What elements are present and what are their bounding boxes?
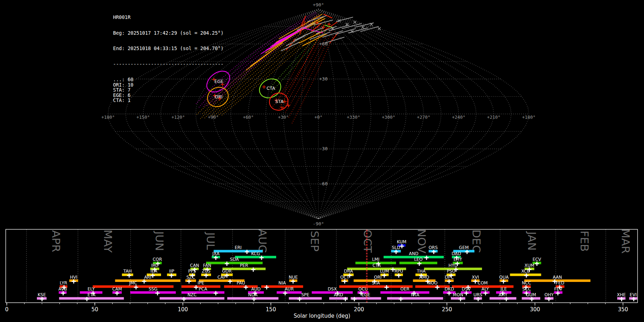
shower-code-AND: AND	[409, 251, 418, 256]
meteor-station-report: EGEORICTASTA+90°-90°+60+30-30-60+180°+15…	[0, 0, 644, 322]
shower-code-IPE: IPE	[197, 280, 204, 286]
shower-code-SSG: SSG	[148, 287, 157, 292]
shower-code-ARD: ARD	[334, 292, 343, 297]
longitude-label: +60°	[243, 114, 254, 120]
shower-code-NIA: NIA	[278, 280, 286, 286]
radiant-sky-map: EGEORICTASTA+90°-90°+60+30-30-60+180°+15…	[0, 0, 644, 229]
shower-code-KUM: KUM	[397, 239, 406, 244]
radiant-plus-marker	[262, 85, 266, 89]
shower-code-LMI: LMI	[372, 257, 380, 262]
radiant-plus-marker	[327, 23, 331, 26]
shower-code-ALY: ALY	[482, 287, 489, 292]
shower-code-XCB: XCB	[521, 269, 530, 274]
shower-code-AMO: AMO	[419, 275, 429, 280]
shower-code-IEA: IEA	[150, 269, 157, 274]
latitude-label: +30	[319, 76, 327, 82]
shower-code-STA: STA	[372, 280, 380, 286]
latitude-label: +60	[319, 41, 327, 47]
month-label-JAN: JAN	[526, 231, 538, 251]
shower-code-GEM: GEM	[459, 245, 469, 250]
shower-code-SDA: SDA	[230, 257, 239, 262]
shower-bar-AND	[384, 256, 444, 258]
north-pole-label: +90°	[313, 2, 324, 8]
shower-bar-MON	[451, 297, 465, 300]
count-line-CTA: CTA: 1	[113, 98, 224, 103]
shower-code-OCT: OCT	[340, 275, 350, 280]
shower-code-DKD: DKD	[445, 287, 454, 292]
month-label-JUL: JUL	[204, 231, 217, 250]
shower-code-NTA: NTA	[411, 292, 419, 297]
shower-code-COM: COM	[478, 280, 488, 286]
shower-code-NOO: NOO	[428, 280, 438, 286]
meridian-line	[266, 9, 318, 219]
shower-code-KSE: KSE	[38, 292, 46, 297]
longitude-label: +120°	[171, 114, 185, 120]
shower-code-KCG: KCG	[251, 251, 260, 256]
longitude-label: +240°	[452, 114, 465, 120]
shower-code-SZC: SZC	[186, 275, 195, 280]
shower-code-NCC: NCC	[522, 280, 531, 286]
shower-code-NUE: NUE	[289, 275, 298, 280]
shower-code-DSX: DSX	[328, 287, 337, 292]
month-label-SEP: SEP	[308, 231, 321, 252]
shower-code-PPS: PPS	[188, 269, 196, 274]
longitude-label: +90°	[208, 114, 219, 120]
x-tick-label: 0	[5, 306, 9, 313]
longitude-label: +150°	[136, 114, 150, 120]
shower-bar-JMC	[93, 286, 174, 288]
shower-code-JXA: JXA	[212, 251, 220, 256]
shower-code-FAN: FAN	[203, 263, 211, 268]
shower-code-JMC: JMC	[129, 280, 137, 286]
x-tick-label: 100	[178, 306, 188, 313]
shower-code-ELY: ELY	[88, 287, 95, 292]
shower-bar-NTA	[387, 297, 443, 300]
meridian-line	[318, 9, 494, 219]
shower-code-ORI: ORI	[374, 275, 381, 280]
shower-code-GUM: GUM	[526, 292, 536, 297]
x-tick-label: 350	[618, 306, 628, 313]
meridian-line	[318, 9, 371, 219]
meridian-line	[318, 9, 459, 219]
month-label-DEC: DEC	[470, 229, 483, 253]
shower-code-DRA: DRA	[344, 269, 353, 274]
shower-code-DPC: DPC	[445, 275, 454, 280]
shower-code-PCA: PCA	[199, 287, 208, 292]
latitude-label: -60	[319, 181, 327, 186]
shower-code-PSU: PSU	[447, 269, 455, 274]
shower-code-AVB: AVB	[58, 287, 67, 292]
shower-code-AUD: AUD	[251, 287, 260, 292]
shower-code-LUM: LUM	[380, 269, 389, 274]
shower-code-GDR: GDR	[222, 269, 232, 274]
x-tick-label: 150	[266, 306, 276, 313]
shower-code-CAM: CAM	[112, 287, 122, 292]
shower-code-DSV: DSV	[462, 287, 471, 292]
shower-code-NDA: NDA	[248, 292, 258, 297]
count-line-EGE: EGE: 6	[113, 93, 224, 98]
shower-code-SCC: SCC	[522, 287, 531, 292]
longitude-label: +30°	[278, 114, 289, 120]
shower-code-OHY: OHY	[545, 292, 554, 297]
shower-bar-SSG	[130, 291, 176, 294]
shower-code-AUR: AUR	[285, 287, 294, 292]
meridian-line	[318, 9, 389, 219]
shower-bar-SPE	[289, 297, 322, 300]
month-label-AUG: AUG	[256, 229, 269, 253]
radiant-drift-trail	[209, 19, 323, 117]
longitude-label: +330°	[347, 114, 360, 120]
shower-code-FEV: FEV	[554, 287, 562, 292]
shower-code-TAH: TAH	[123, 269, 132, 274]
radiant-drift-trail	[292, 31, 335, 123]
shower-code-HYD: HYD	[448, 263, 458, 268]
shower-code-AAN: AAN	[553, 275, 562, 280]
longitude-label: +270°	[417, 114, 430, 120]
longitude-label: +180°	[522, 114, 536, 120]
shower-code-OER: OER	[400, 287, 409, 292]
shower-code-MON: MON	[453, 292, 463, 297]
meridian-line	[318, 9, 511, 219]
radiant-drift-trail	[286, 26, 331, 112]
x-axis-title: Solar longitude (deg)	[294, 313, 350, 319]
shower-code-PER: PER	[240, 263, 248, 268]
shower-code-CAP: CAP	[218, 275, 226, 280]
month-label-JUN: JUN	[153, 230, 166, 251]
shower-code-XHE: XHE	[617, 292, 626, 297]
